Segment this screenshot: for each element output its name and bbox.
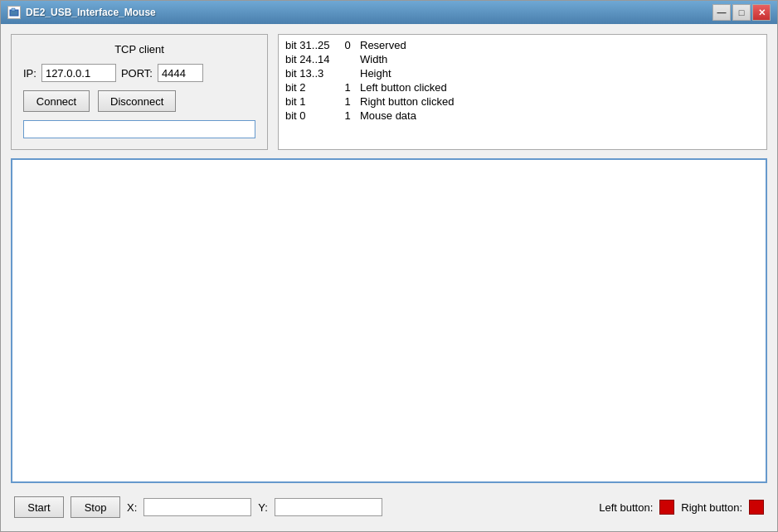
left-button-label: Left button: [599,501,653,514]
y-input[interactable] [275,498,382,516]
titlebar-left: DE2_USB_Interface_Mouse [7,6,156,19]
svg-rect-1 [12,8,15,11]
maximize-button[interactable]: □ [732,4,751,21]
bottom-bar: Start Stop X: Y: Left button: Right butt… [11,491,767,521]
tcp-button-row: Connect Disconnect [23,90,255,112]
disconnect-button[interactable]: Disconnect [98,90,176,112]
ip-input[interactable] [41,64,116,82]
right-button-label: Right button: [681,501,742,514]
titlebar-buttons: — □ ✕ [712,4,771,21]
app-icon [7,6,21,19]
minimize-button[interactable]: — [712,4,731,21]
right-button-indicator [749,500,764,515]
tcp-title: TCP client [23,43,255,56]
titlebar: DE2_USB_Interface_Mouse — □ ✕ [1,1,777,24]
info-panel: bit 31..250Reservedbit 24..14Widthbit 13… [278,34,767,150]
port-input[interactable] [158,64,203,82]
table-row: bit 21Left button clicked [284,80,761,94]
window-title: DE2_USB_Interface_Mouse [26,7,156,18]
table-row: bit 01Mouse data [284,109,761,123]
start-button[interactable]: Start [14,496,64,518]
left-button-indicator [659,500,674,515]
ip-label: IP: [23,67,36,80]
table-row: bit 13..3Height [284,66,761,80]
connect-button[interactable]: Connect [23,90,90,112]
x-label: X: [127,501,137,514]
x-input[interactable] [143,498,251,516]
table-row: bit 31..250Reserved [284,38,761,52]
tcp-panel: TCP client IP: PORT: Connect Disconnect [11,34,268,150]
content-area: TCP client IP: PORT: Connect Disconnect [1,24,777,531]
main-window: DE2_USB_Interface_Mouse — □ ✕ TCP client… [0,0,778,532]
ip-row: IP: PORT: [23,64,255,82]
top-section: TCP client IP: PORT: Connect Disconnect [11,34,767,150]
info-table: bit 31..250Reservedbit 24..14Widthbit 13… [284,38,761,123]
main-canvas[interactable] [11,158,767,483]
stop-button[interactable]: Stop [71,496,120,518]
y-label: Y: [258,501,268,514]
port-label: PORT: [121,67,153,80]
table-row: bit 24..14Width [284,52,761,66]
close-button[interactable]: ✕ [752,4,771,21]
table-row: bit 11Right button clicked [284,94,761,109]
status-input[interactable] [23,120,255,138]
